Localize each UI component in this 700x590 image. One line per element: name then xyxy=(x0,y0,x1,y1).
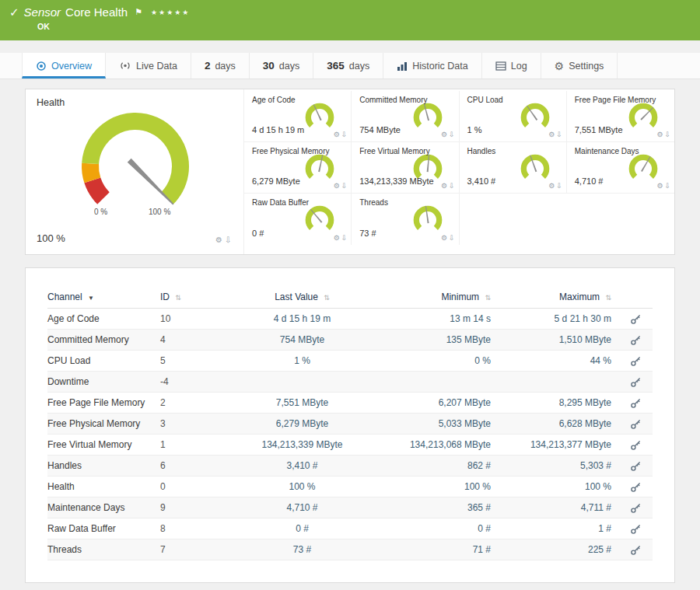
channel-settings-key-icon[interactable] xyxy=(630,460,642,472)
channel-settings-key-icon[interactable] xyxy=(630,544,642,556)
table-row[interactable]: Committed Memory 4 754 MByte 135 MByte 1… xyxy=(47,330,653,351)
table-row[interactable]: Handles 6 3,410 # 862 # 5,303 # xyxy=(47,456,653,477)
gauge-scale-max: 100 % xyxy=(149,208,170,216)
tab-historic-data[interactable]: Historic Data xyxy=(383,53,482,79)
channel-settings-key-icon[interactable] xyxy=(630,334,642,346)
channel-gauge-cell: Threads 73 # ⚙ ⇩ xyxy=(352,194,459,245)
main-content: Health 0 % 100 % 100 % ⚙ ⇩ Age of Code xyxy=(0,79,700,590)
primary-channel-label: Health xyxy=(37,97,65,108)
primary-gauge-value: 100 % xyxy=(37,232,65,244)
channel-gauge-grid: Age of Code 4 d 15 h 19 m ⚙ ⇩ Committed … xyxy=(243,89,674,254)
channel-settings-key-icon[interactable] xyxy=(630,376,642,388)
channel-gauge-cell: Committed Memory 754 MByte ⚙ ⇩ xyxy=(352,91,459,142)
table-row[interactable]: Free Physical Memory 3 6,279 MByte 5,033… xyxy=(47,414,653,435)
tab-overview[interactable]: Overview xyxy=(22,53,106,79)
cell-minimum: 135 MByte xyxy=(370,334,491,345)
table-row[interactable]: Raw Data Buffer 8 0 # 0 # 1 # xyxy=(47,518,653,539)
channel-settings-key-icon[interactable] xyxy=(630,523,642,535)
channel-gauge-actions: ⚙ ⇩ xyxy=(656,131,670,138)
cell-minimum: 6,207 MByte xyxy=(370,397,491,408)
column-header-label: ID xyxy=(160,292,170,302)
pin-icon[interactable]: ⇩ xyxy=(556,131,562,138)
channel-gauge xyxy=(411,203,445,237)
cell-minimum: 0 % xyxy=(370,355,491,366)
gear-icon[interactable]: ⚙ xyxy=(548,131,555,138)
cell-channel: Age of Code xyxy=(47,313,160,324)
table-row[interactable]: Downtime -4 xyxy=(47,372,653,393)
table-row[interactable]: Threads 7 73 # 71 # 225 # xyxy=(47,539,653,560)
column-header-minimum[interactable]: Minimum ⇅ xyxy=(370,292,491,302)
channel-gauge-actions: ⚙ ⇩ xyxy=(656,182,670,190)
table-row[interactable]: CPU Load 5 1 % 0 % 44 % xyxy=(47,351,653,372)
cell-channel: Committed Memory xyxy=(47,334,160,345)
cell-maximum: 8,295 MByte xyxy=(491,397,611,408)
pin-icon[interactable]: ⇩ xyxy=(449,234,455,242)
table-row[interactable]: Age of Code 10 4 d 15 h 19 m 13 m 14 s 5… xyxy=(47,309,653,330)
pin-icon[interactable]: ⇩ xyxy=(664,131,670,138)
channel-settings-key-icon[interactable] xyxy=(630,481,642,493)
priority-stars[interactable]: ★★★★★ xyxy=(151,9,190,16)
tab-2-days[interactable]: 2 days xyxy=(191,53,250,79)
health-gauges-panel: Health 0 % 100 % 100 % ⚙ ⇩ Age of Code xyxy=(25,89,675,255)
gear-icon[interactable]: ⚙ xyxy=(441,182,447,190)
column-header-last-value[interactable]: Last Value ⇅ xyxy=(234,292,370,302)
cell-last-value: 1 % xyxy=(234,355,370,366)
table-row[interactable]: Free Page File Memory 2 7,551 MByte 6,20… xyxy=(47,393,653,414)
channel-settings-key-icon[interactable] xyxy=(630,439,642,451)
pin-icon[interactable]: ⇩ xyxy=(341,234,348,242)
channel-settings-key-icon[interactable] xyxy=(630,397,642,409)
tab-30-days[interactable]: 30 days xyxy=(250,53,313,79)
column-header-maximum[interactable]: Maximum ⇅ xyxy=(491,292,611,302)
gear-icon[interactable]: ⚙ xyxy=(656,131,663,138)
column-header-channel[interactable]: Channel ▼ xyxy=(47,292,160,302)
tab-label: Overview xyxy=(51,61,92,72)
sort-icon: ⇅ xyxy=(605,294,611,302)
pin-icon[interactable]: ⇩ xyxy=(225,236,231,244)
cell-id: 9 xyxy=(160,502,234,513)
pin-icon[interactable]: ⇩ xyxy=(341,182,348,190)
cell-channel: Threads xyxy=(47,544,160,555)
sensor-tabbar: Overview Live Data 2 days 30 days 365 da… xyxy=(0,53,700,79)
pin-icon[interactable]: ⇩ xyxy=(341,131,348,138)
pin-icon[interactable]: ⇩ xyxy=(449,182,455,190)
pin-icon[interactable]: ⇩ xyxy=(556,182,562,190)
gear-icon[interactable]: ⚙ xyxy=(441,131,447,138)
cell-id: 1 xyxy=(160,439,234,450)
tab-log[interactable]: Log xyxy=(482,53,541,79)
channel-gauge-actions: ⚙ ⇩ xyxy=(548,131,562,138)
gear-icon[interactable]: ⚙ xyxy=(334,234,340,242)
tab-365-days[interactable]: 365 days xyxy=(313,53,383,79)
flag-icon[interactable]: ⚑ xyxy=(135,7,142,17)
tab-settings[interactable]: ⚙ Settings xyxy=(541,53,618,79)
table-row[interactable]: Health 0 100 % 100 % 100 % xyxy=(47,477,653,497)
tab-label: days xyxy=(215,61,235,72)
gear-icon[interactable]: ⚙ xyxy=(215,236,222,244)
gear-icon[interactable]: ⚙ xyxy=(334,131,340,138)
table-row[interactable]: Maintenance Days 9 4,710 # 365 # 4,711 # xyxy=(47,497,653,518)
tab-live-data[interactable]: Live Data xyxy=(106,53,191,79)
gear-icon[interactable]: ⚙ xyxy=(656,182,663,190)
target-icon xyxy=(36,61,47,72)
gear-icon[interactable]: ⚙ xyxy=(441,234,447,242)
pin-icon[interactable]: ⇩ xyxy=(664,182,670,190)
channel-settings-key-icon[interactable] xyxy=(630,502,642,514)
cell-maximum: 5 d 21 h 30 m xyxy=(491,313,611,324)
channel-settings-key-icon[interactable] xyxy=(630,355,642,367)
gear-icon[interactable]: ⚙ xyxy=(334,182,340,190)
tab-number: 30 xyxy=(263,60,275,72)
channel-settings-key-icon[interactable] xyxy=(630,418,642,430)
cell-minimum: 0 # xyxy=(370,523,491,534)
channel-gauge-cell: Free Page File Memory 7,551 MByte ⚙ ⇩ xyxy=(567,91,674,142)
cell-id: 8 xyxy=(160,523,234,534)
log-list-icon xyxy=(495,61,506,72)
column-header-id[interactable]: ID ⇅ xyxy=(160,292,234,302)
channel-settings-key-icon[interactable] xyxy=(630,313,642,325)
cell-maximum: 134,213,377 MByte xyxy=(491,439,611,450)
column-header-label: Minimum xyxy=(441,292,479,302)
table-row[interactable]: Free Virtual Memory 1 134,213,339 MByte … xyxy=(47,435,653,456)
pin-icon[interactable]: ⇩ xyxy=(449,131,455,138)
channel-gauge-label: Handles xyxy=(467,147,496,155)
cell-last-value: 4 d 15 h 19 m xyxy=(234,313,370,324)
cell-minimum: 13 m 14 s xyxy=(370,313,491,324)
gear-icon[interactable]: ⚙ xyxy=(548,182,555,190)
